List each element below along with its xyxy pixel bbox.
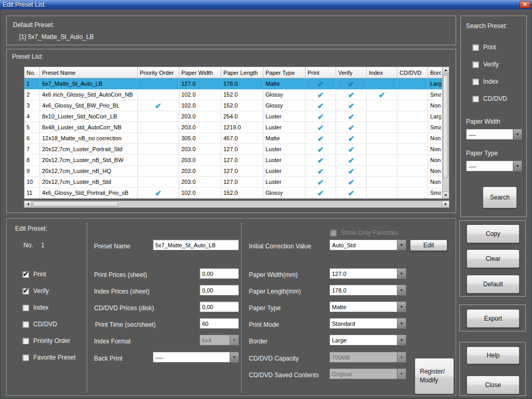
checkbox-box[interactable]: [22, 288, 29, 295]
checkbox-box[interactable]: [22, 338, 29, 344]
clear-button[interactable]: Clear: [467, 249, 520, 268]
scrollbar-thumb[interactable]: [33, 202, 118, 207]
border-label: Border: [249, 338, 268, 345]
checkbox-box[interactable]: [22, 321, 29, 328]
checkbox-cd-dvd[interactable]: CD/DVD: [22, 320, 75, 328]
chevron-down-icon: [397, 240, 406, 250]
vertical-scrollbar[interactable]: [442, 67, 449, 198]
preset-row-6[interactable]: 612x18_Matte_nB_no correction305.0457.0M…: [24, 133, 442, 144]
print-mode-select[interactable]: Standard: [329, 318, 406, 329]
table-cell: 457.0: [221, 133, 263, 144]
check-icon: ✔: [336, 188, 367, 198]
checkbox-cd-dvd[interactable]: CD/DVD: [472, 95, 507, 103]
initial-correction-select[interactable]: Auto_Std: [329, 240, 406, 250]
check-icon: ✔: [317, 178, 324, 186]
export-button[interactable]: Export: [467, 309, 520, 328]
table-cell: [367, 133, 397, 144]
table-cell: [367, 100, 397, 111]
checkbox-index[interactable]: Index: [22, 303, 75, 312]
table-cell: 4x6 inch_Glossy_Std_AutoCorr_NB: [40, 89, 138, 100]
help-button[interactable]: Help: [467, 347, 520, 364]
checkbox-index[interactable]: Index: [472, 77, 507, 86]
checkbox-box[interactable]: [472, 96, 479, 102]
preset-row-4[interactable]: 48x10_Luster_Std_NoCorr_LB203.0254.0Lust…: [24, 111, 442, 122]
horizontal-scrollbar[interactable]: [24, 201, 449, 208]
checkbox-box[interactable]: [22, 354, 29, 361]
preset-row-8[interactable]: 820x12,7cm_Luster_nB_Std_BW203.0127.0Lus…: [24, 155, 442, 166]
table-cell: [138, 122, 179, 133]
table-cell: [367, 111, 397, 122]
check-icon: ✔: [348, 135, 355, 142]
border-select[interactable]: Large: [329, 335, 406, 345]
scrollbar-thumb[interactable]: [443, 75, 448, 178]
table-cell: [397, 155, 428, 166]
column-header-no-[interactable]: No.: [24, 67, 40, 78]
preset-row-7[interactable]: 720x12,7cm_Luster_Portrait_Std203.0127.0…: [24, 144, 442, 155]
checkbox-print[interactable]: Print: [22, 270, 75, 278]
checkbox-box[interactable]: [472, 78, 479, 85]
preset-row-3[interactable]: 34x6_Glossy_Std_BW_Prio_BL✔102.0152.0Glo…: [24, 100, 442, 111]
edit-preset-list-window: Edit Preset List ✕ Default Preset: [1] 5…: [0, 0, 532, 399]
column-header-paper-width[interactable]: Paper Width: [179, 67, 221, 78]
search-paper-width-select[interactable]: ----: [466, 129, 522, 140]
scroll-right-icon[interactable]: [442, 201, 449, 207]
column-header-index[interactable]: Index: [367, 67, 397, 78]
paper-width-select[interactable]: 127.0: [329, 268, 406, 279]
default-button[interactable]: Default: [467, 275, 520, 294]
preset-row-5[interactable]: 58x48_Luster_std_AutoCorr_NB203.01219.0L…: [24, 122, 442, 133]
preset-row-11[interactable]: 114x6_Glossy_Std_Portrait_Prio_sB✔102.01…: [24, 188, 442, 198]
copy-button[interactable]: Copy: [467, 224, 520, 243]
table-cell: 8: [24, 155, 40, 166]
preset-name-input[interactable]: [153, 240, 239, 250]
checkbox-print[interactable]: Print: [472, 43, 507, 51]
back-print-select[interactable]: ----: [153, 352, 239, 363]
checkbox-box[interactable]: [22, 271, 29, 278]
print-prices-input[interactable]: [200, 268, 239, 279]
edit-button[interactable]: Edit: [410, 240, 447, 251]
column-header-paper-type[interactable]: Paper Type: [263, 67, 305, 78]
column-header-preset-name[interactable]: Preset Name: [40, 67, 138, 78]
chevron-down-icon: [397, 352, 406, 362]
scroll-down-icon[interactable]: [443, 192, 449, 198]
table-cell: [397, 144, 428, 155]
checkbox-verify[interactable]: Verify: [22, 287, 75, 295]
checkbox-favorite-preset[interactable]: Favorite Preset: [22, 353, 75, 362]
check-icon: ✔: [305, 177, 336, 188]
preset-row-2[interactable]: 24x6 inch_Glossy_Std_AutoCorr_NB102.0152…: [24, 89, 442, 100]
column-header-cd-dvd[interactable]: CD/DVD: [397, 67, 428, 78]
table-cell: None: [428, 100, 441, 111]
select-value: 5x4: [200, 337, 230, 343]
print-time-input[interactable]: [200, 318, 239, 329]
preset-row-10[interactable]: 1020x12,7cm_Luster_nB_Std203.0127.0Luste…: [24, 177, 442, 188]
checkbox-box[interactable]: [472, 44, 479, 51]
check-icon: ✔: [138, 100, 179, 111]
scrollbar-track[interactable]: [443, 74, 449, 192]
search-paper-type-select[interactable]: ----: [466, 161, 522, 171]
column-header-print[interactable]: Print: [305, 67, 336, 78]
register-modify-button[interactable]: Register/ Modify: [415, 358, 454, 394]
table-cell: 9: [24, 166, 40, 177]
column-header-paper-length[interactable]: Paper Length: [221, 67, 263, 78]
column-header-verify[interactable]: Verify: [336, 67, 367, 78]
scroll-up-icon[interactable]: [443, 67, 449, 74]
paper-type-select[interactable]: Matte: [329, 301, 406, 312]
close-button[interactable]: Close: [467, 376, 520, 394]
checkbox-box[interactable]: [22, 304, 29, 311]
close-icon[interactable]: ✕: [520, 1, 530, 8]
checkbox-priority-order[interactable]: Priority Order: [22, 337, 75, 345]
checkbox-box[interactable]: [472, 61, 479, 68]
column-header-border[interactable]: Border: [428, 67, 441, 78]
search-button[interactable]: Search: [483, 187, 517, 208]
scroll-left-icon[interactable]: [24, 201, 32, 207]
column-header-priority-order[interactable]: Priority Order: [138, 67, 179, 78]
cddvd-prices-input[interactable]: [200, 301, 239, 312]
checkbox-verify[interactable]: Verify: [472, 60, 507, 69]
index-prices-input[interactable]: [200, 285, 239, 296]
preset-row-1[interactable]: 15x7_Matte_St_Auto_LB127.0178.0Matte✔✔La…: [24, 78, 442, 89]
paper-length-select[interactable]: 178.0: [329, 285, 406, 296]
select-value: 178.0: [330, 287, 397, 294]
default-preset-value: [1] 5x7_Matte_St_Auto_LB: [19, 33, 94, 41]
scrollbar-track[interactable]: [32, 201, 442, 207]
preset-row-9[interactable]: 920x12,7cm_Luster_nB_HQ203.0127.0Luster✔…: [24, 166, 442, 177]
search-preset-title: Search Preset:: [466, 22, 507, 30]
